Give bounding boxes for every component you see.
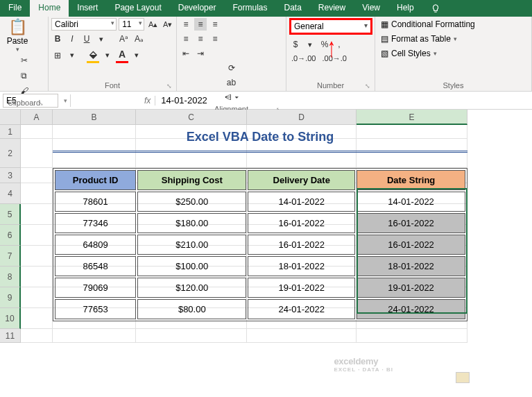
copy-button[interactable]: ⧉ bbox=[3, 69, 45, 82]
cell[interactable]: $100.00 bbox=[137, 256, 246, 276]
row-header[interactable]: 3 bbox=[0, 168, 21, 183]
tab-insert[interactable]: Insert bbox=[69, 0, 106, 17]
row-header[interactable]: 11 bbox=[0, 329, 21, 343]
cell[interactable]: 16-01-2022 bbox=[357, 213, 465, 233]
cell[interactable]: 14-01-2022 bbox=[248, 192, 355, 212]
table-header[interactable]: Date String bbox=[357, 170, 465, 190]
align-middle-button[interactable]: ≡ bbox=[194, 18, 207, 31]
increase-indent-button[interactable]: ⇥ bbox=[194, 47, 207, 60]
align-center-button[interactable]: ≡ bbox=[194, 33, 207, 45]
namebox-dropdown[interactable]: ▾ bbox=[61, 94, 71, 107]
cell[interactable]: 78601 bbox=[55, 192, 136, 212]
currency-button[interactable]: $ bbox=[289, 38, 302, 51]
tab-page-layout[interactable]: Page Layout bbox=[106, 0, 169, 17]
decrease-decimal-button[interactable]: .00→.0 bbox=[320, 53, 348, 64]
cell[interactable]: 77346 bbox=[55, 213, 136, 233]
row-header[interactable]: 8 bbox=[0, 267, 21, 287]
col-header[interactable]: D bbox=[247, 110, 357, 125]
increase-decimal-button[interactable]: .0→.00 bbox=[289, 53, 318, 64]
grow-font-button[interactable]: A▴ bbox=[146, 19, 159, 31]
dialog-launcher-icon[interactable]: ⤡ bbox=[38, 100, 44, 107]
format-as-table-button[interactable]: ▤ Format as Table ▾ bbox=[378, 33, 529, 45]
cell[interactable]: 24-01-2022 bbox=[248, 299, 355, 319]
cut-button[interactable]: ✂ bbox=[3, 54, 45, 67]
cell[interactable]: 18-01-2022 bbox=[248, 256, 355, 276]
conditional-formatting-button[interactable]: ▦ Conditional Formatting bbox=[378, 18, 529, 31]
col-header[interactable]: C bbox=[136, 110, 247, 125]
cell[interactable]: 19-01-2022 bbox=[357, 278, 465, 298]
table-header[interactable]: Delivery Date bbox=[248, 170, 355, 190]
cell[interactable]: $210.00 bbox=[137, 235, 246, 255]
underline-button[interactable]: U bbox=[80, 33, 93, 45]
orientation-button[interactable]: ⟳ bbox=[180, 62, 283, 74]
cell[interactable] bbox=[21, 183, 53, 204]
dialog-launcher-icon[interactable]: ⤡ bbox=[166, 83, 172, 90]
cell[interactable] bbox=[21, 287, 53, 308]
row-header[interactable]: 2 bbox=[0, 139, 21, 168]
cell-styles-button[interactable]: ▧ Cell Styles ▾ bbox=[378, 47, 529, 60]
cell[interactable] bbox=[136, 329, 247, 343]
bold-button[interactable]: B bbox=[51, 33, 64, 45]
cell[interactable] bbox=[357, 329, 467, 343]
tab-home[interactable]: Home bbox=[30, 0, 69, 17]
cell[interactable]: 64809 bbox=[55, 235, 136, 255]
cell[interactable] bbox=[21, 225, 53, 246]
cell[interactable]: 16-01-2022 bbox=[248, 213, 355, 233]
select-all-corner[interactable] bbox=[0, 110, 21, 125]
cell[interactable]: $250.00 bbox=[137, 192, 246, 212]
cell[interactable] bbox=[21, 267, 53, 287]
table-header[interactable]: Shipping Cost bbox=[137, 170, 246, 190]
col-header[interactable]: A bbox=[21, 110, 53, 125]
row-header[interactable]: 10 bbox=[0, 308, 21, 329]
paste-options-icon[interactable] bbox=[456, 372, 470, 383]
font-color-button[interactable]: A bbox=[116, 47, 128, 63]
cell[interactable] bbox=[21, 246, 53, 267]
align-bottom-button[interactable]: ≡ bbox=[209, 18, 221, 31]
cell[interactable] bbox=[21, 204, 53, 225]
row-header[interactable]: 1 bbox=[0, 125, 21, 139]
table-header[interactable]: Product ID bbox=[55, 170, 136, 190]
col-header[interactable]: E bbox=[357, 110, 467, 125]
cell[interactable]: $120.00 bbox=[137, 278, 246, 298]
cell[interactable]: 79069 bbox=[55, 278, 136, 298]
tab-help[interactable]: Help bbox=[388, 0, 422, 17]
row-header[interactable]: 5 bbox=[0, 204, 21, 225]
cell[interactable]: 14-01-2022 bbox=[357, 192, 465, 212]
cell[interactable] bbox=[21, 168, 53, 183]
fx-icon[interactable]: fx bbox=[140, 96, 155, 105]
cell[interactable] bbox=[21, 329, 53, 343]
cell[interactable] bbox=[21, 139, 53, 168]
number-format-combo[interactable]: General ▾ bbox=[289, 18, 372, 35]
cell[interactable]: 86548 bbox=[55, 256, 136, 276]
superscript-button[interactable]: Aᵃ bbox=[117, 33, 130, 45]
paste-button[interactable]: 📋 Paste ▾ bbox=[3, 18, 32, 53]
subscript-button[interactable]: Aₐ bbox=[132, 33, 146, 45]
cell[interactable] bbox=[21, 125, 53, 139]
fill-color-button[interactable]: ⬙ bbox=[87, 47, 99, 63]
tab-data[interactable]: Data bbox=[275, 0, 309, 17]
row-header[interactable]: 7 bbox=[0, 246, 21, 267]
decrease-indent-button[interactable]: ⇤ bbox=[180, 47, 192, 60]
cell[interactable] bbox=[21, 308, 53, 329]
cell[interactable]: $180.00 bbox=[137, 213, 246, 233]
wrap-text-button[interactable]: ab bbox=[180, 76, 283, 89]
tab-review[interactable]: Review bbox=[310, 0, 354, 17]
tab-formulas[interactable]: Formulas bbox=[224, 0, 275, 17]
cell[interactable]: 16-01-2022 bbox=[248, 235, 355, 255]
cell[interactable]: 19-01-2022 bbox=[248, 278, 355, 298]
align-left-button[interactable]: ≡ bbox=[180, 33, 192, 45]
cell[interactable]: 24-01-2022 bbox=[357, 299, 465, 319]
font-size-combo[interactable]: 11 bbox=[119, 18, 144, 31]
cell[interactable]: 16-01-2022 bbox=[357, 235, 465, 255]
align-top-button[interactable]: ≡ bbox=[180, 18, 192, 31]
col-header[interactable]: B bbox=[53, 110, 136, 125]
tab-file[interactable]: File bbox=[0, 0, 30, 17]
cell[interactable] bbox=[247, 329, 357, 343]
percent-button[interactable]: % bbox=[318, 38, 331, 51]
row-header[interactable]: 4 bbox=[0, 183, 21, 204]
italic-button[interactable]: I bbox=[66, 33, 78, 45]
shrink-font-button[interactable]: A▾ bbox=[161, 19, 173, 31]
cell[interactable]: 18-01-2022 bbox=[357, 256, 465, 276]
cell[interactable]: $80.00 bbox=[137, 299, 246, 319]
cell[interactable] bbox=[53, 329, 136, 343]
